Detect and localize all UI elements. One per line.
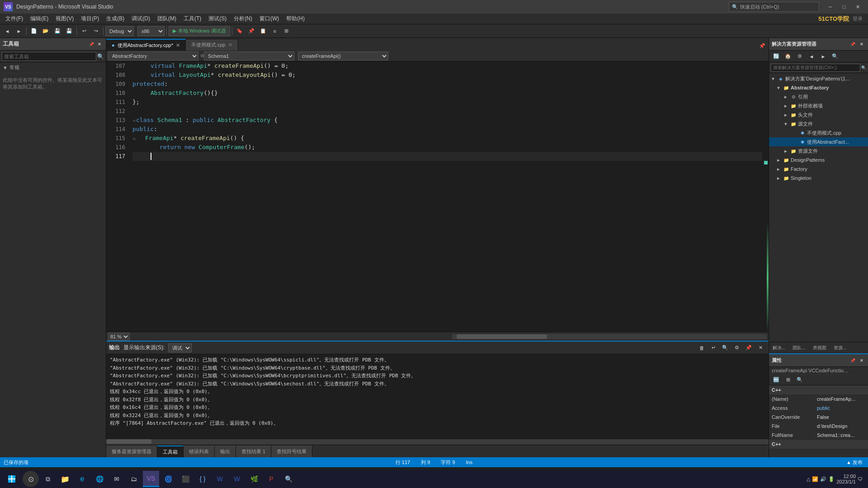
search-quick[interactable]: 🔍 快速启动 (Ctrl+Q) xyxy=(729,2,819,12)
mail-button[interactable]: ✉ xyxy=(108,471,125,487)
new-button[interactable]: 📄 xyxy=(28,26,39,36)
tab-output[interactable]: 输出 xyxy=(215,446,236,457)
platform-dropdown[interactable]: x86 xyxy=(137,26,165,36)
align-button[interactable]: ≡ xyxy=(269,26,280,36)
tab-close-2[interactable]: ✕ xyxy=(228,42,232,48)
ie-button[interactable]: 🌐 xyxy=(91,471,108,487)
se-tab-team[interactable]: 团队... xyxy=(789,345,809,351)
se-search-input[interactable] xyxy=(771,64,860,72)
tab-nopattern[interactable]: 不使用模式.cpp ✕ xyxy=(186,39,238,51)
minimize-button[interactable]: ─ xyxy=(824,2,837,11)
output-word-wrap[interactable]: ↵ xyxy=(708,343,719,353)
se-pin[interactable]: 📌 xyxy=(849,41,856,48)
output-clear[interactable]: 🗑 xyxy=(696,343,707,353)
ppt-button[interactable]: P xyxy=(263,471,279,487)
copy-button[interactable]: 📋 xyxy=(258,26,269,36)
format-button[interactable]: ⊞ xyxy=(281,26,292,36)
menu-item-edit[interactable]: 编辑(E) xyxy=(27,14,52,23)
tray-icon-4[interactable]: 🔋 xyxy=(828,476,835,482)
devtools-button[interactable]: { } xyxy=(194,471,211,487)
se-btn-3[interactable]: ⚙ xyxy=(794,52,805,61)
output-close[interactable]: ✕ xyxy=(755,343,766,353)
back-button[interactable]: ◄ xyxy=(2,26,13,36)
run-button[interactable]: ▶ 本地 Windows 调试器 xyxy=(169,26,230,36)
menu-item-debug[interactable]: 调试(D) xyxy=(128,14,154,23)
notification-icon[interactable]: 🗨 xyxy=(858,476,863,482)
member-dropdown[interactable]: Schema1 xyxy=(204,52,294,61)
menu-item-tools[interactable]: 工具(T) xyxy=(180,14,205,23)
status-row[interactable]: 行 117 xyxy=(394,459,412,466)
tree-designpatterns[interactable]: ► 📁 DesignPatterns xyxy=(769,155,868,164)
tree-references[interactable]: ► ⚙ 引用 xyxy=(769,92,868,101)
tray-icon-3[interactable]: 🔊 xyxy=(820,476,826,482)
tree-solution[interactable]: ▼ ◈ 解决方案'DesignPatterns'(1... xyxy=(769,74,868,83)
status-char[interactable]: 字符 9 xyxy=(439,459,457,466)
save-all-button[interactable]: 💾 xyxy=(64,26,75,36)
tab-server-explorer[interactable]: 服务器资源管理器 xyxy=(106,446,157,457)
tree-nopattern-cpp[interactable]: ✱ 不使用模式.cpp xyxy=(769,128,868,137)
edge-button[interactable]: e xyxy=(74,471,90,487)
toolbox-close[interactable]: ✕ xyxy=(96,41,103,48)
output-find[interactable]: 🔍 xyxy=(720,343,731,353)
menu-item-team[interactable]: 团队(M) xyxy=(154,14,180,23)
taskview-button[interactable]: ⧉ xyxy=(40,471,56,487)
maximize-button[interactable]: □ xyxy=(837,2,851,11)
prop-categorized[interactable]: ⊞ xyxy=(783,375,793,385)
tree-singleton[interactable]: ► 📁 Singleton xyxy=(769,174,868,183)
menu-item-build[interactable]: 生成(B) xyxy=(103,14,128,23)
se-btn-6[interactable]: 🔍 xyxy=(830,52,840,61)
menu-item-file[interactable]: 文件(F) xyxy=(2,14,27,23)
forward-button[interactable]: ► xyxy=(14,26,24,36)
se-tab-resources[interactable]: 资源... xyxy=(830,345,850,351)
status-mode[interactable]: Ins xyxy=(464,460,475,465)
start-button[interactable] xyxy=(2,471,22,487)
clock[interactable]: 12:002023/1/1 xyxy=(836,474,856,484)
zoom-dropdown[interactable]: 81 % xyxy=(108,333,130,341)
tab-close-1[interactable]: ✕ xyxy=(176,42,180,48)
cortana-button[interactable]: ⊙ xyxy=(23,471,39,487)
menu-item-help[interactable]: 帮助(H) xyxy=(283,14,308,23)
se-close[interactable]: ✕ xyxy=(858,41,865,48)
se-btn-2[interactable]: 🏠 xyxy=(783,52,793,61)
save-button[interactable]: 💾 xyxy=(52,26,63,36)
se-btn-1[interactable]: 🔄 xyxy=(771,52,782,61)
tree-abstractfactory-cpp[interactable]: ✱ 使用AbstractFact... xyxy=(769,137,868,146)
tab-pin[interactable]: 📌 xyxy=(757,41,768,51)
cmd-button[interactable]: ⬛ xyxy=(177,471,193,487)
menu-item-view[interactable]: 视图(V) xyxy=(52,14,77,23)
tab-find-results[interactable]: 查找结果 1 xyxy=(236,446,271,457)
vs-taskbar-button[interactable]: VS xyxy=(143,471,159,487)
search-taskbar[interactable]: 🔍 xyxy=(280,471,297,487)
chrome-button[interactable]: 🌀 xyxy=(160,471,176,487)
tree-external-deps[interactable]: ► 📁 外部依赖项 xyxy=(769,101,868,110)
toolbox-search-input[interactable] xyxy=(2,52,96,61)
explorer-button[interactable]: 📁 xyxy=(57,471,73,487)
code-editor[interactable]: 107 108 109 110 111 112 113 114 115 116 … xyxy=(106,61,769,332)
prop-alphabetical[interactable]: 🔤 xyxy=(771,375,782,385)
config-dropdown[interactable]: Debug xyxy=(105,26,134,36)
code-content[interactable]: virtual FrameApi* createFrameApi() = 0; … xyxy=(129,61,762,332)
tree-headers[interactable]: ► 📁 头文件 xyxy=(769,110,868,119)
tree-factory[interactable]: ► 📁 Factory xyxy=(769,164,868,174)
menu-item-test[interactable]: 测试(S) xyxy=(205,14,230,23)
output-settings[interactable]: ⚙ xyxy=(731,343,742,353)
prop-close[interactable]: ✕ xyxy=(858,357,865,364)
menu-item-analyze[interactable]: 分析(N) xyxy=(230,14,256,23)
tree-sourcefiles[interactable]: ▼ 📁 源文件 xyxy=(769,119,868,128)
tab-abstractfactory[interactable]: ● 使用AbstractFactory.cpp* ✕ xyxy=(106,39,186,51)
menu-item-project[interactable]: 项目(P) xyxy=(77,14,103,23)
tab-error-list[interactable]: 错误列表 xyxy=(184,446,215,457)
output-horizontal-scrollbar[interactable] xyxy=(106,439,769,445)
undo-button[interactable]: ↩ xyxy=(79,26,90,36)
app9-button[interactable]: 🌿 xyxy=(246,471,262,487)
status-publish[interactable]: ▲ 发布 xyxy=(844,459,864,466)
tray-icon-1[interactable]: △ xyxy=(807,476,810,482)
class-dropdown[interactable]: AbstractFactory xyxy=(108,52,198,61)
tree-abstractfactory-project[interactable]: ▼ 📁 AbstractFactory xyxy=(769,83,868,92)
se-tab-classes[interactable]: 类视图 xyxy=(809,345,830,351)
tree-resources[interactable]: ► 📁 资源文件 xyxy=(769,146,868,155)
se-tab-solution[interactable]: 解决... xyxy=(769,345,789,351)
output-source-select[interactable]: 调试 xyxy=(168,343,192,352)
output-pin[interactable]: 📌 xyxy=(743,343,754,353)
close-button[interactable]: ✕ xyxy=(851,2,864,11)
